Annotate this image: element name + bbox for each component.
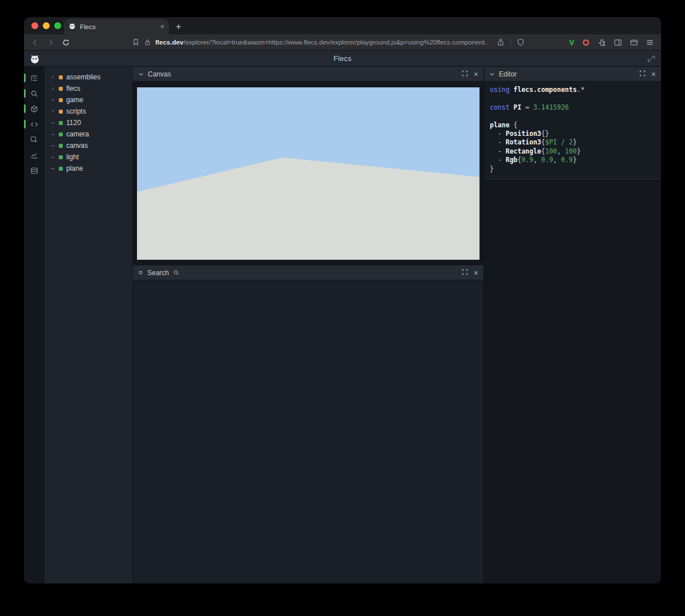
- editor-panel-header: Editor ×: [484, 67, 661, 82]
- hierarchy-tool-icon[interactable]: [24, 70, 45, 86]
- back-button[interactable]: [31, 38, 39, 47]
- v-extension-icon[interactable]: V: [569, 38, 574, 47]
- url-path: /explorer/?local=true&wasm=https://www.f…: [183, 39, 488, 46]
- code-line: [490, 94, 655, 103]
- sidebar-toggle-icon[interactable]: [614, 38, 622, 47]
- tree-item-assemblies[interactable]: ›assemblies: [45, 71, 132, 83]
- code-line: plane {: [490, 121, 655, 130]
- content-area: ›assemblies›flecs›game›scripts–1120–came…: [24, 67, 661, 583]
- tree-item-1120[interactable]: –1120: [45, 117, 132, 128]
- new-tab-button[interactable]: +: [176, 22, 181, 31]
- flecs-logo-icon[interactable]: [30, 54, 40, 66]
- tree-item-camera[interactable]: –camera: [45, 128, 132, 140]
- canvas-panel-title: Canvas: [148, 70, 171, 78]
- inspect-tool-icon[interactable]: [24, 132, 45, 147]
- expand-arrow-icon[interactable]: ›: [50, 74, 55, 80]
- entity-tree: ›assemblies›flecs›game›scripts–1120–came…: [45, 67, 133, 583]
- tree-item-plane[interactable]: –plane: [45, 163, 132, 174]
- canvas-panel-body: [133, 82, 483, 265]
- menu-hamburger-icon[interactable]: [646, 38, 654, 47]
- url-text[interactable]: flecs.dev/explorer/?local=true&wasm=http…: [155, 39, 488, 46]
- leaf-dash-icon: –: [50, 166, 55, 171]
- entity-color-swatch: [59, 110, 63, 114]
- tree-item-label: flecs: [66, 84, 80, 92]
- tree-item-game[interactable]: ›game: [45, 94, 132, 106]
- entity-color-swatch: [59, 98, 63, 102]
- browser-tab[interactable]: Flecs ×: [64, 19, 169, 34]
- entity-color-swatch: [59, 75, 63, 79]
- url-actions: [497, 38, 525, 46]
- main-column: Canvas ×: [133, 67, 483, 583]
- canvas-render[interactable]: [137, 87, 480, 260]
- expand-arrow-icon[interactable]: ›: [50, 97, 55, 103]
- editor-panel-title: Editor: [499, 70, 517, 78]
- leaf-dash-icon: –: [50, 120, 55, 126]
- tab-close-icon[interactable]: ×: [160, 23, 164, 30]
- expand-arrow-icon[interactable]: ›: [50, 108, 55, 114]
- fullscreen-icon[interactable]: [462, 269, 468, 277]
- entity-color-swatch: [59, 132, 63, 136]
- tool-strip: [24, 67, 45, 583]
- close-window-button[interactable]: [31, 22, 38, 29]
- tab-title: Flecs: [80, 23, 156, 30]
- app-header: Flecs: [24, 51, 661, 67]
- recorder-extension-icon[interactable]: [582, 38, 590, 47]
- minimize-window-button[interactable]: [43, 22, 50, 29]
- zoom-window-button[interactable]: [54, 22, 61, 29]
- wallet-icon[interactable]: [630, 38, 638, 47]
- tree-item-label: game: [66, 96, 83, 104]
- toolbar-extensions: V: [569, 38, 654, 47]
- shield-icon[interactable]: [517, 38, 525, 46]
- code-area[interactable]: using flecs.components.* const PI = 3.14…: [484, 82, 661, 179]
- bookmark-icon[interactable]: [132, 38, 140, 46]
- entity-color-swatch: [59, 155, 63, 159]
- tree-item-label: 1120: [66, 119, 81, 127]
- extensions-puzzle-icon[interactable]: [598, 38, 606, 47]
- leaf-dash-icon: –: [50, 154, 55, 160]
- tree-item-label: camera: [66, 130, 89, 138]
- tree-item-flecs[interactable]: ›flecs: [45, 83, 132, 94]
- fullscreen-icon[interactable]: [462, 70, 468, 78]
- secure-lock-icon[interactable]: [144, 39, 151, 46]
- search-panel-header: Search ×: [133, 265, 483, 280]
- search-icon[interactable]: [173, 269, 179, 276]
- editor-empty-area: [484, 179, 661, 583]
- code-tool-icon[interactable]: [24, 116, 45, 132]
- editor-panel-actions: ×: [639, 70, 656, 78]
- search-panel-label[interactable]: Search: [147, 269, 169, 277]
- forward-button[interactable]: [46, 38, 55, 47]
- code-line: using flecs.components.*: [490, 86, 655, 94]
- chevron-down-icon[interactable]: [138, 71, 144, 77]
- flecs-explorer-page: Flecs ›assemblies›flecs›game›scripts–112…: [24, 50, 661, 583]
- tree-item-label: plane: [66, 164, 83, 172]
- tree-item-scripts[interactable]: ›scripts: [45, 106, 132, 117]
- navigation-bar: flecs.dev/explorer/?local=true&wasm=http…: [24, 34, 661, 50]
- tree-item-label: light: [66, 153, 79, 161]
- window-controls: [31, 22, 61, 29]
- code-line: - Position3{}: [490, 130, 655, 138]
- list-tool-icon[interactable]: [24, 163, 45, 178]
- cube-tool-icon[interactable]: [24, 101, 45, 116]
- expand-arrow-icon[interactable]: ›: [50, 86, 55, 91]
- close-icon[interactable]: ×: [474, 269, 478, 277]
- fullscreen-icon[interactable]: [639, 70, 646, 78]
- address-bar[interactable]: flecs.dev/explorer/?local=true&wasm=http…: [132, 38, 562, 46]
- code-line: [490, 112, 655, 120]
- editor-panel: Editor × using flecs.components.* const …: [483, 67, 661, 583]
- chevron-down-icon[interactable]: [489, 71, 495, 77]
- reload-button[interactable]: [62, 38, 70, 47]
- filter-dot-icon[interactable]: [138, 270, 143, 275]
- search-tool-icon[interactable]: [24, 86, 45, 101]
- entity-color-swatch: [59, 87, 63, 91]
- chart-tool-icon[interactable]: [24, 147, 45, 163]
- search-panel-actions: ×: [462, 269, 478, 277]
- entity-color-swatch: [59, 167, 63, 171]
- tree-item-label: assemblies: [66, 73, 100, 81]
- close-icon[interactable]: ×: [651, 70, 656, 78]
- tree-item-canvas[interactable]: –canvas: [45, 140, 132, 151]
- share-icon[interactable]: [497, 38, 505, 46]
- share-link-icon[interactable]: [647, 55, 655, 65]
- close-icon[interactable]: ×: [474, 70, 478, 78]
- page-title: Flecs: [333, 55, 351, 63]
- tree-item-light[interactable]: –light: [45, 151, 132, 163]
